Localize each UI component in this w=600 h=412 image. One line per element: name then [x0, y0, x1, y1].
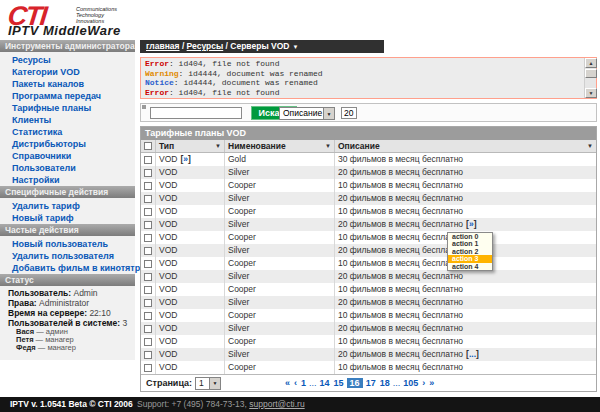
scroll-up-icon[interactable]: ▲	[585, 58, 597, 68]
pagination-page[interactable]: 17	[366, 378, 376, 388]
row-type-cell: VOD	[156, 322, 225, 335]
pagination-last[interactable]: »	[429, 378, 434, 388]
breadcrumb-link-resources[interactable]: Ресурсы	[187, 41, 224, 51]
action-menu-item[interactable]: action 3	[448, 255, 492, 262]
sidebar-item[interactable]: Клиенты	[0, 114, 135, 126]
row-name-cell: Gold	[225, 153, 335, 166]
select-all-checkbox[interactable]	[144, 142, 152, 150]
scroll-down-icon[interactable]: ▼	[585, 88, 597, 98]
column-header-type[interactable]: Тип ▼	[156, 140, 225, 152]
support-email-link[interactable]: support@cti.ru	[249, 399, 304, 409]
row-checkbox[interactable]	[144, 351, 152, 359]
action-menu-item[interactable]: action 0	[448, 233, 492, 240]
breadcrumb-link-home[interactable]: главная	[146, 41, 180, 51]
action-menu-item[interactable]: action 2	[448, 248, 492, 255]
row-checkbox[interactable]	[144, 273, 152, 281]
row-type-cell: VOD	[156, 205, 225, 218]
row-checkbox[interactable]	[144, 247, 152, 255]
table-row[interactable]: VODCooper10 фильмов в месяц бесплатно	[141, 361, 596, 374]
table-row[interactable]: VODCooper10 фильмов в месяц бесплатно	[141, 205, 596, 218]
pagination-prev[interactable]: ‹	[294, 378, 297, 388]
table-row[interactable]: VODSilver20 фильмов в месяц бесплатно	[141, 192, 596, 205]
table-row[interactable]: VODSilver20 фильмов в месяц бесплатно	[141, 296, 596, 309]
sidebar-item[interactable]: Новый пользователь	[0, 238, 135, 250]
row-checkbox[interactable]	[144, 260, 152, 268]
search-field-select[interactable]: Описание ▼	[279, 107, 335, 120]
row-name-cell: Cooper	[225, 179, 335, 192]
pagination-page[interactable]: 15	[334, 378, 344, 388]
row-actions-badge[interactable]: [»]	[180, 154, 190, 164]
row-type-cell: VOD	[156, 231, 225, 244]
row-checkbox[interactable]	[144, 208, 152, 216]
row-checkbox[interactable]	[144, 312, 152, 320]
row-checkbox[interactable]	[144, 234, 152, 242]
table-row[interactable]: VODCooper10 фильмов в месяц бесплатно	[141, 257, 596, 270]
sidebar-item[interactable]: Тарифные планы	[0, 102, 135, 114]
row-checkbox[interactable]	[144, 195, 152, 203]
row-name-cell: Silver	[225, 270, 335, 283]
scrollbar-thumb[interactable]	[585, 69, 597, 78]
table-row[interactable]: VODSilver20 фильмов в месяц бесплатно	[141, 322, 596, 335]
row-checkbox-cell	[141, 283, 156, 296]
sidebar-item[interactable]: Новый тариф	[0, 212, 135, 224]
table-row[interactable]: VODSilver20 фильмов в месяц бесплатно	[141, 244, 596, 257]
table-row[interactable]: VODSilver20 фильмов в месяц бесплатно[..…	[141, 348, 596, 361]
action-menu-item[interactable]: action 4	[448, 263, 492, 270]
sidebar-item[interactable]: Справочники	[0, 150, 135, 162]
column-header-description[interactable]: Описание ▼	[335, 140, 596, 152]
pagination-page[interactable]: 14	[320, 378, 330, 388]
chevron-down-icon[interactable]: ▼	[292, 44, 298, 50]
search-input[interactable]	[150, 107, 242, 119]
row-checkbox[interactable]	[144, 364, 152, 372]
page-select[interactable]: 1 ▼	[195, 377, 221, 390]
pagination-page[interactable]: 105	[403, 378, 418, 388]
sidebar-item[interactable]: Добавить фильм в кинотятр	[0, 262, 135, 274]
row-actions-badge[interactable]: [»]	[466, 219, 476, 229]
table-row[interactable]: VODCooper10 фильмов в месяц бесплатно	[141, 231, 596, 244]
pagination-page[interactable]: 1	[301, 378, 306, 388]
chevron-down-icon[interactable]: ▼	[323, 108, 334, 119]
row-checkbox[interactable]	[144, 169, 152, 177]
sort-arrow-icon[interactable]: ▼	[587, 143, 593, 149]
table-row[interactable]: VODSilver20 фильмов в месяц бесплатно	[141, 270, 596, 283]
status-field: Пользователь: Admin	[0, 288, 135, 298]
pagination-page[interactable]: 16	[347, 378, 363, 388]
table-row[interactable]: VODCooper10 фильмов в месяц бесплатно	[141, 283, 596, 296]
sidebar-item[interactable]: Удалить пользователя	[0, 250, 135, 262]
sidebar-item[interactable]: Ресурсы	[0, 54, 135, 66]
row-checkbox[interactable]	[144, 299, 152, 307]
action-menu-item[interactable]: action 1	[448, 240, 492, 247]
table-row[interactable]: VODCooper10 фильмов в месяц бесплатно	[141, 179, 596, 192]
sidebar-item[interactable]: Пакеты каналов	[0, 78, 135, 90]
sidebar-item[interactable]: Программа передач	[0, 90, 135, 102]
table-row[interactable]: VODSilver20 фильмов в месяц бесплатно[»]	[141, 218, 596, 231]
table-row[interactable]: VODCooper10 фильмов в месяц бесплатно	[141, 309, 596, 322]
row-checkbox[interactable]	[144, 221, 152, 229]
sidebar-item[interactable]: Дистрибьюторы	[0, 138, 135, 150]
pagination-page[interactable]: 18	[380, 378, 390, 388]
page-size-input[interactable]	[341, 107, 357, 119]
log-scrollbar[interactable]: ▲ ▼	[584, 58, 596, 98]
row-checkbox[interactable]	[144, 286, 152, 294]
sidebar-item[interactable]: Настройки	[0, 174, 135, 186]
sidebar-item[interactable]: Категории VOD	[0, 66, 135, 78]
table-row[interactable]: VOD[»]Gold30 фильмов в месяц бесплатно	[141, 153, 596, 166]
sidebar-item[interactable]: Статистика	[0, 126, 135, 138]
pagination-next[interactable]: ›	[422, 378, 425, 388]
table-row[interactable]: VODSilver20 фильмов в месяц бесплатно	[141, 166, 596, 179]
column-header-name[interactable]: Нименование ▼	[225, 140, 335, 152]
row-checkbox[interactable]	[144, 156, 152, 164]
row-checkbox[interactable]	[144, 325, 152, 333]
sort-arrow-icon[interactable]: ▼	[325, 143, 331, 149]
sort-arrow-icon[interactable]: ▼	[215, 143, 221, 149]
pagination-first[interactable]: «	[285, 378, 290, 388]
pagination-pages: «‹1...1415161718...105›»	[283, 378, 436, 388]
sidebar-item[interactable]: Пользователи	[0, 162, 135, 174]
row-checkbox[interactable]	[144, 338, 152, 346]
sidebar-item[interactable]: Удалить тариф	[0, 200, 135, 212]
row-checkbox[interactable]	[144, 182, 152, 190]
table-row[interactable]: VODCooper10 фильмов в месяц бесплатно	[141, 335, 596, 348]
chevron-down-icon[interactable]: ▼	[209, 378, 220, 389]
status-field-value: Admin	[71, 288, 97, 298]
row-actions-badge[interactable]: [...]	[466, 349, 479, 359]
